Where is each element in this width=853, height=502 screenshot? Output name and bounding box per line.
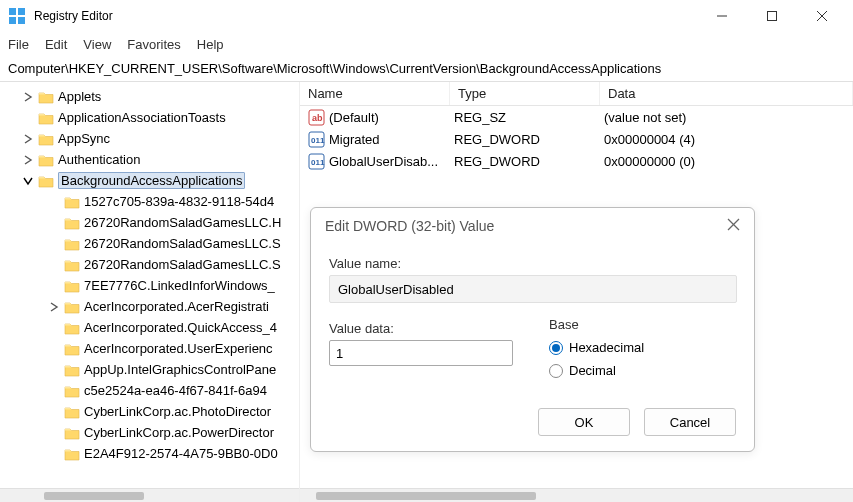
folder-icon (38, 111, 54, 125)
dword-value-icon: 011 (308, 153, 325, 170)
value-name: GlobalUserDisab... (329, 154, 438, 169)
tree-item[interactable]: CyberLinkCorp.ac.PhotoDirector (8, 401, 299, 422)
menu-bar: FileEditViewFavoritesHelp (0, 32, 853, 56)
close-button[interactable] (815, 9, 829, 23)
value-name-field: GlobalUserDisabled (329, 275, 737, 303)
tree-item[interactable]: c5e2524a-ea46-4f67-841f-6a94 (8, 380, 299, 401)
folder-icon (38, 90, 54, 104)
dialog-title: Edit DWORD (32-bit) Value (325, 218, 494, 234)
col-name[interactable]: Name (300, 82, 450, 105)
folder-icon (64, 363, 80, 377)
list-row[interactable]: 011MigratedREG_DWORD0x00000004 (4) (300, 128, 853, 150)
list-scroll-thumb[interactable] (316, 492, 536, 500)
folder-icon (64, 342, 80, 356)
col-type[interactable]: Type (450, 82, 600, 105)
tree-item-label: 26720RandomSaladGamesLLC.S (84, 257, 281, 272)
tree-item[interactable]: E2A4F912-2574-4A75-9BB0-0D0 (8, 443, 299, 464)
tree-item[interactable]: CyberLinkCorp.ac.PowerDirector (8, 422, 299, 443)
svg-rect-2 (9, 17, 16, 24)
tree-item[interactable]: AppUp.IntelGraphicsControlPane (8, 359, 299, 380)
tree-item[interactable]: 26720RandomSaladGamesLLC.S (8, 254, 299, 275)
dword-value-icon: 011 (308, 131, 325, 148)
folder-icon (64, 405, 80, 419)
tree-item[interactable]: ApplicationAssociationToasts (8, 107, 299, 128)
folder-icon (64, 258, 80, 272)
address-bar[interactable]: Computer\HKEY_CURRENT_USER\Software\Micr… (0, 56, 853, 82)
scroll-thumb[interactable] (44, 492, 144, 500)
value-name: (Default) (329, 110, 379, 125)
tree-item[interactable]: Authentication (8, 149, 299, 170)
list-row[interactable]: 011GlobalUserDisab...REG_DWORD0x00000000… (300, 150, 853, 172)
menu-file[interactable]: File (8, 37, 29, 52)
svg-rect-3 (18, 17, 25, 24)
folder-icon (64, 426, 80, 440)
cancel-button[interactable]: Cancel (644, 408, 736, 436)
tree-item-label: 1527c705-839a-4832-9118-54d4 (84, 194, 274, 209)
tree-item[interactable]: 7EE7776C.LinkedInforWindows_ (8, 275, 299, 296)
tree-item[interactable]: AcerIncorporated.AcerRegistrati (8, 296, 299, 317)
radio-decimal[interactable]: Decimal (549, 363, 644, 378)
tree-item[interactable]: 26720RandomSaladGamesLLC.S (8, 233, 299, 254)
value-data-input[interactable] (329, 340, 513, 366)
tree-item[interactable]: Applets (8, 86, 299, 107)
tree-item[interactable]: AcerIncorporated.UserExperienc (8, 338, 299, 359)
tree-item[interactable]: 1527c705-839a-4832-9118-54d4 (8, 191, 299, 212)
tree-item-label: CyberLinkCorp.ac.PowerDirector (84, 425, 274, 440)
value-data: 0x00000000 (0) (600, 154, 853, 169)
menu-favorites[interactable]: Favorites (127, 37, 180, 52)
menu-help[interactable]: Help (197, 37, 224, 52)
folder-icon (64, 300, 80, 314)
list-row[interactable]: ab(Default)REG_SZ(value not set) (300, 106, 853, 128)
tree-item-label: AcerIncorporated.UserExperienc (84, 341, 273, 356)
col-data[interactable]: Data (600, 82, 853, 105)
edit-dword-dialog: Edit DWORD (32-bit) Value Value name: Gl… (310, 207, 755, 452)
minimize-button[interactable] (715, 9, 729, 23)
tree-item[interactable]: AppSync (8, 128, 299, 149)
list-header: Name Type Data (300, 82, 853, 106)
menu-view[interactable]: View (83, 37, 111, 52)
app-icon (8, 7, 26, 25)
list-scrollbar-horizontal[interactable] (300, 488, 853, 502)
folder-icon (64, 384, 80, 398)
value-data: 0x00000004 (4) (600, 132, 853, 147)
menu-edit[interactable]: Edit (45, 37, 67, 52)
window-title-bar: Registry Editor (0, 0, 853, 32)
ok-button[interactable]: OK (538, 408, 630, 436)
string-value-icon: ab (308, 109, 325, 126)
tree-item-label: AcerIncorporated.QuickAccess_4 (84, 320, 277, 335)
value-type: REG_DWORD (450, 132, 600, 147)
folder-icon (38, 174, 54, 188)
folder-icon (64, 195, 80, 209)
folder-icon (64, 237, 80, 251)
svg-text:011: 011 (311, 136, 325, 145)
tree-item[interactable]: 26720RandomSaladGamesLLC.H (8, 212, 299, 233)
radio-on-icon (549, 341, 563, 355)
chevron-down-icon[interactable] (22, 175, 34, 187)
tree-item-label: 26720RandomSaladGamesLLC.H (84, 215, 281, 230)
value-type: REG_DWORD (450, 154, 600, 169)
dialog-close-button[interactable] (727, 218, 740, 234)
tree-item-label: E2A4F912-2574-4A75-9BB0-0D0 (84, 446, 278, 461)
tree-item-label: 7EE7776C.LinkedInforWindows_ (84, 278, 275, 293)
scrollbar-horizontal[interactable] (0, 488, 299, 502)
folder-icon (64, 321, 80, 335)
svg-rect-1 (18, 8, 25, 15)
tree-item[interactable]: AcerIncorporated.QuickAccess_4 (8, 317, 299, 338)
tree-item-label: c5e2524a-ea46-4f67-841f-6a94 (84, 383, 267, 398)
tree-pane[interactable]: AppletsApplicationAssociationToastsAppSy… (0, 82, 300, 502)
chevron-right-icon[interactable] (22, 133, 34, 145)
chevron-right-icon[interactable] (48, 301, 60, 313)
maximize-button[interactable] (765, 9, 779, 23)
svg-text:ab: ab (312, 113, 323, 123)
folder-icon (64, 447, 80, 461)
chevron-right-icon[interactable] (22, 91, 34, 103)
value-name-label: Value name: (329, 256, 736, 271)
radio-hexadecimal[interactable]: Hexadecimal (549, 340, 644, 355)
folder-icon (64, 279, 80, 293)
radio-off-icon (549, 364, 563, 378)
dialog-title-bar: Edit DWORD (32-bit) Value (311, 208, 754, 244)
tree-item-label: Applets (58, 89, 101, 104)
chevron-right-icon[interactable] (22, 154, 34, 166)
value-type: REG_SZ (450, 110, 600, 125)
tree-item[interactable]: BackgroundAccessApplications (8, 170, 299, 191)
